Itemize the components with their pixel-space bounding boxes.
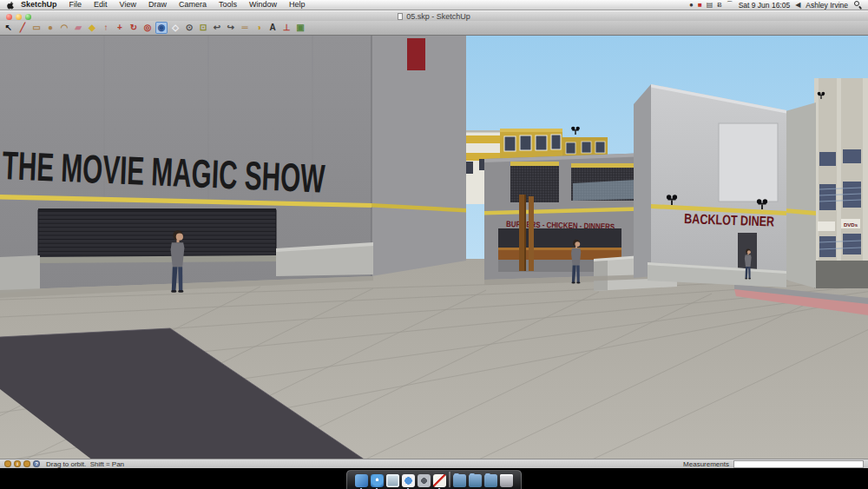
protractor-tool-icon[interactable]: ◑ [253,22,265,34]
dock-sketchup-icon[interactable] [433,474,446,487]
menu-bar: SketchUp FileEditViewDrawCameraToolsWind… [0,0,868,10]
axes-tool-icon[interactable]: ⊥ [280,22,293,34]
credits-icon[interactable] [23,460,30,467]
help-icon[interactable]: ? [33,460,40,467]
desktop [0,468,868,489]
dvd-shop-sign: DVDs [844,222,858,228]
info-icon[interactable]: i [14,460,21,467]
orbit-tool-icon[interactable]: ◉ [155,22,168,34]
tape-measure-tool-icon[interactable]: ═ [239,22,251,34]
geo-icon[interactable] [4,460,11,467]
clipboard-icon[interactable]: ▤ [707,1,713,10]
wifi-icon[interactable]: ⌒ [727,1,733,10]
measurements-input[interactable] [733,460,864,468]
sound-stage-building: THE MOVIE MAGIC SHOW [0,36,466,298]
zoom-tool-icon[interactable]: ⊙ [183,22,195,34]
fast-user-switch-label[interactable]: Ashley Irvine [806,1,848,10]
status-bar: i? Drag to orbit. Shift = Pan Measuremen… [0,459,868,468]
window-title: 05.skp - SketchUp [406,12,470,21]
dock-system-preferences-icon[interactable] [418,474,431,487]
screen: SketchUp FileEditViewDrawCameraToolsWind… [0,0,868,489]
menu-draw[interactable]: Draw [142,0,173,10]
dock-trash-icon[interactable] [500,474,513,487]
status-bar-icons: i? [4,460,40,467]
dock [346,470,522,489]
move-tool-icon[interactable]: + [114,22,126,34]
next-view-tool-icon[interactable]: ↪ [225,22,237,34]
minimize-window-button[interactable] [16,14,22,20]
menu-view[interactable]: View [114,0,142,10]
menu-help[interactable]: Help [283,0,312,10]
apple-menu-icon[interactable] [7,1,14,10]
arc-tool-icon[interactable]: ◠ [58,22,70,34]
offset-tool-icon[interactable]: ◎ [141,22,154,34]
volume-icon[interactable]: ◀ [795,1,800,10]
dock-preview-icon[interactable] [386,474,399,487]
menu-file[interactable]: File [63,0,89,10]
text-tool-icon[interactable]: A [266,22,279,34]
menu-sketchup[interactable]: SketchUp [17,0,63,10]
document-icon [398,13,403,20]
dock-folder-downloads-icon[interactable] [469,474,482,487]
close-window-button[interactable] [6,14,12,20]
paint-bucket-tool-icon[interactable]: ◆ [86,22,98,34]
rotate-tool-icon[interactable]: ↻ [128,22,140,34]
stage-flat-wall: BACKLOT DINER [634,84,786,287]
menu-bar-clock[interactable]: Sat 9 Jun 16:05 [739,1,791,10]
pan-tool-icon[interactable]: ◇ [169,22,181,34]
line-tool-icon[interactable]: ╱ [16,22,29,34]
time-machine-icon[interactable]: ● [689,1,694,10]
spotlight-icon[interactable] [853,1,861,10]
zoom-extents-tool-icon[interactable]: ⊡ [197,22,209,34]
menu-tools[interactable]: Tools [213,0,243,10]
dock-finder-icon[interactable] [355,474,368,487]
window-title-bar[interactable]: 05.skp - SketchUp [0,10,868,21]
circle-tool-icon[interactable]: ● [44,22,56,34]
previous-view-tool-icon[interactable]: ↩ [211,22,223,34]
menu-camera[interactable]: Camera [173,0,213,10]
menu-bar-status-icons: ●■▤Ƀ⌒ [689,1,733,10]
rectangle-tool-icon[interactable]: ▭ [30,22,43,34]
push-pull-tool-icon[interactable]: ↑ [100,22,112,34]
bluetooth-icon[interactable]: Ƀ [717,1,721,10]
red-banner [407,38,425,70]
menu-window[interactable]: Window [243,0,283,10]
section-plane-tool-icon[interactable]: ▣ [294,22,306,34]
displays-icon[interactable]: ■ [698,1,702,10]
background-buildings: DVDs [786,78,868,288]
menu-items: FileEditViewDrawCameraToolsWindowHelp [63,0,312,10]
select-tool-icon[interactable]: ↖ [3,22,15,34]
modeling-canvas[interactable]: DVDs [0,36,868,459]
eraser-tool-icon[interactable]: ▰ [72,22,84,34]
toolbar-tools: ↖╱▭●◠▰◆↑+↻◎◉◇⊙⊡↩↪═◑A⊥▣ [0,21,868,36]
measurements-label: Measurements [683,460,729,468]
dock-safari-icon[interactable] [371,474,384,487]
dock-itunes-icon[interactable] [402,474,415,487]
viewport: DVDs [0,36,868,459]
menu-edit[interactable]: Edit [88,0,114,10]
dock-separator [449,472,450,487]
status-hint: Drag to orbit. Shift = Pan [46,460,124,468]
backlot-diner-sign-text: BACKLOT DINER [684,211,775,229]
dock-folder-applications-icon[interactable] [484,474,497,487]
zoom-window-button[interactable] [25,14,31,20]
dock-folder-documents-icon[interactable] [453,474,466,487]
